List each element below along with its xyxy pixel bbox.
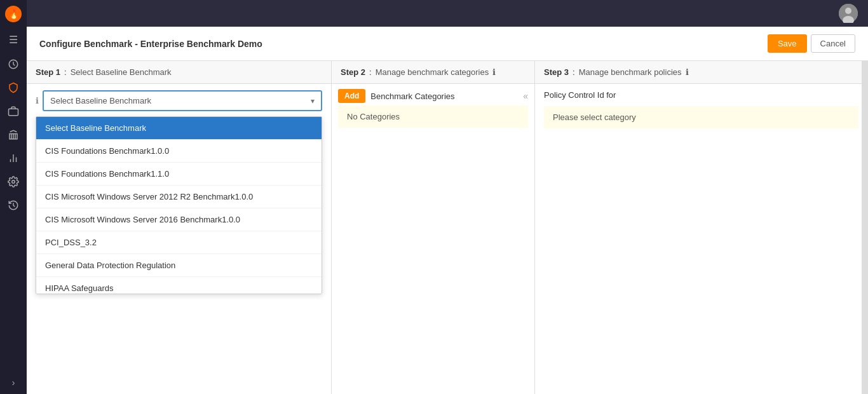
policy-control-label: Policy Control Id for: [535, 84, 867, 106]
step-3-info-icon: ℹ: [686, 67, 689, 77]
dropdown-item-7[interactable]: HIPAA Safeguards: [36, 277, 322, 294]
dropdown-item-4[interactable]: CIS Microsoft Windows Server 2016 Benchm…: [36, 208, 322, 231]
sidebar: 🔥 ☰ ›: [0, 0, 27, 394]
app-logo: 🔥: [4, 5, 22, 25]
benchmark-categories-label: Benchmark Categories: [370, 92, 454, 101]
step-3-separator: :: [573, 67, 575, 77]
step-2-separator: :: [369, 67, 372, 77]
dropdown-item-3[interactable]: CIS Microsoft Windows Server 2012 R2 Ben…: [36, 186, 322, 208]
topbar-right: [839, 4, 858, 23]
step-1-header: Step 1 : Select Baseline Benchmark: [27, 61, 331, 84]
step-2-info-icon: ℹ: [492, 67, 496, 77]
page-title: Configure Benchmark - Enterprise Benchma…: [39, 39, 262, 49]
header-actions: Save Cancel: [768, 34, 855, 53]
svg-text:🔥: 🔥: [8, 9, 20, 20]
save-button[interactable]: Save: [768, 34, 807, 53]
step-3-panel: Step 3 : Manage benchmark policies ℹ Pol…: [535, 61, 868, 394]
add-benchmark-categories-button[interactable]: Add: [338, 89, 365, 103]
nav-icon-shield[interactable]: [0, 77, 27, 100]
no-categories-text: No Categories: [338, 105, 528, 128]
step-1-separator: :: [64, 67, 67, 77]
select-wrapper: ℹ Select Baseline Benchmark ▾: [36, 90, 322, 111]
nav-icon-bank[interactable]: [0, 124, 27, 147]
step-1-info-icon: ℹ: [36, 96, 39, 105]
menu-icon[interactable]: ☰: [0, 29, 27, 51]
step-1-content: ℹ Select Baseline Benchmark ▾ Select Bas…: [27, 84, 331, 394]
please-select-category: Please select category: [544, 106, 858, 128]
step-3-number: Step 3: [544, 67, 569, 77]
select-arrow-icon: ▾: [311, 97, 315, 105]
dropdown-item-1[interactable]: CIS Foundations Benchmark1.0.0: [36, 140, 322, 163]
baseline-benchmark-select[interactable]: Select Baseline Benchmark ▾: [43, 90, 322, 111]
step-3-header: Step 3 : Manage benchmark policies ℹ: [535, 61, 867, 84]
step-1-label: Select Baseline Benchmark: [71, 67, 172, 77]
nav-icon-gear[interactable]: [0, 171, 27, 194]
right-scrollbar[interactable]: [862, 61, 868, 394]
nav-icon-history[interactable]: [0, 194, 27, 218]
svg-point-9: [845, 8, 851, 14]
dropdown-item-0[interactable]: Select Baseline Benchmark: [36, 117, 322, 140]
dropdown-item-2[interactable]: CIS Foundations Benchmark1.1.0: [36, 163, 322, 186]
steps-container: Step 1 : Select Baseline Benchmark ℹ Sel…: [27, 61, 868, 394]
svg-point-7: [12, 180, 15, 184]
svg-rect-3: [9, 109, 18, 116]
sidebar-expand-icon[interactable]: ›: [12, 377, 15, 388]
main-area: Configure Benchmark - Enterprise Benchma…: [27, 0, 868, 394]
page-header: Configure Benchmark - Enterprise Benchma…: [27, 27, 868, 61]
cancel-button[interactable]: Cancel: [811, 34, 855, 53]
content: Configure Benchmark - Enterprise Benchma…: [27, 27, 868, 394]
step-1-number: Step 1: [36, 67, 60, 77]
user-avatar[interactable]: [839, 4, 858, 23]
benchmark-dropdown: Select Baseline Benchmark CIS Foundation…: [36, 116, 322, 294]
step-2-number: Step 2: [341, 67, 365, 77]
collapse-icon[interactable]: «: [523, 91, 528, 101]
select-input-text: Select Baseline Benchmark: [50, 96, 311, 105]
step-1-panel: Step 1 : Select Baseline Benchmark ℹ Sel…: [27, 61, 332, 394]
dropdown-item-6[interactable]: General Data Protection Regulation: [36, 254, 322, 277]
nav-icon-clock[interactable]: [0, 53, 27, 77]
topbar: [27, 0, 868, 27]
nav-icon-briefcase[interactable]: [0, 100, 27, 124]
nav-icon-chart[interactable]: [0, 147, 27, 171]
step-2-content: Add Benchmark Categories « No Categories: [332, 84, 534, 394]
step-3-label: Manage benchmark policies: [579, 67, 682, 77]
step-2-header-row: Add Benchmark Categories «: [338, 89, 528, 103]
step-2-label: Manage benchmark categories: [376, 67, 489, 77]
step-3-content: Policy Control Id for Please select cate…: [535, 84, 867, 394]
step-2-panel: Step 2 : Manage benchmark categories ℹ A…: [332, 61, 535, 394]
dropdown-list: Select Baseline Benchmark CIS Foundation…: [36, 116, 322, 294]
dropdown-item-5[interactable]: PCI_DSS_3.2: [36, 231, 322, 254]
step-2-header: Step 2 : Manage benchmark categories ℹ: [332, 61, 534, 84]
